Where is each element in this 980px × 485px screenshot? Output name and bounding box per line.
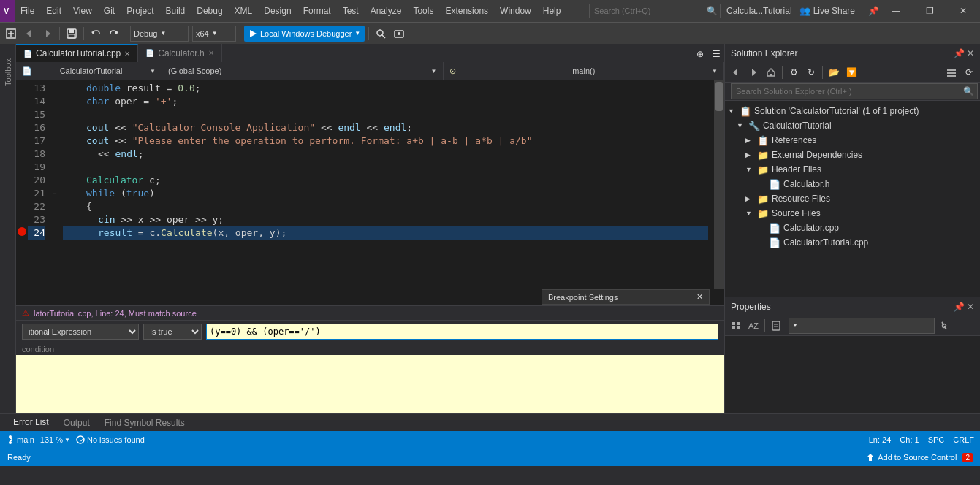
tree-item-calculator-cpp[interactable]: 📄 Calculator.cpp — [725, 221, 980, 235]
tab-find-symbol-results[interactable]: Find Symbol Results — [97, 414, 192, 432]
menu-project[interactable]: Project — [121, 0, 159, 22]
window-controls: — ❐ ✕ — [879, 0, 980, 22]
menu-help[interactable]: Help — [537, 0, 567, 22]
search-icon: 🔍 — [707, 6, 718, 16]
platform-dropdown[interactable]: x64 ▼ — [192, 26, 236, 42]
maximize-button[interactable]: ❐ — [913, 0, 946, 22]
menu-window[interactable]: Window — [494, 0, 537, 22]
se-search-input[interactable] — [731, 83, 978, 99]
close-button[interactable]: ✕ — [946, 0, 980, 22]
menu-design[interactable]: Design — [258, 0, 297, 22]
tab-calculator-h[interactable]: 📄 Calculator.h ✕ — [138, 44, 221, 62]
redo-btn[interactable] — [106, 26, 122, 42]
run-btn[interactable]: Local Windows Debugger ▼ — [244, 26, 365, 42]
references-icon: 📋 — [757, 135, 769, 146]
se-forward-btn[interactable] — [745, 64, 761, 80]
tab-calculator-tutorial[interactable]: 📄 CalculatorTutorial.cpp ✕ — [16, 44, 138, 62]
tree-item-project[interactable]: ▼ 🔧 CalculatorTutorial — [725, 118, 980, 133]
menu-debug[interactable]: Debug — [191, 0, 228, 22]
menu-edit[interactable]: Edit — [40, 0, 67, 22]
symbol-nav-dropdown[interactable]: ⊙ main() ▼ — [444, 62, 725, 80]
tab-menu-btn[interactable]: ☰ — [708, 46, 724, 62]
calculator-cpp-icon: 📄 — [769, 223, 780, 234]
editor-tab-bar: 📄 CalculatorTutorial.cpp ✕ 📄 Calculator.… — [16, 44, 724, 62]
se-home-btn[interactable] — [763, 64, 779, 80]
tree-item-calculatortutorial-cpp[interactable]: 📄 CalculatorTutorial.cpp — [725, 235, 980, 250]
error-count-badge[interactable]: 2 — [962, 453, 973, 462]
ready-bar: Ready Add to Source Control 2 — [0, 448, 980, 466]
prop-wrench-btn[interactable] — [936, 318, 952, 334]
prop-pin-btn[interactable]: 📌 — [954, 302, 965, 312]
tree-item-source-files[interactable]: ▼ 📁 Source Files — [725, 206, 980, 221]
menu-xml[interactable]: XML — [229, 0, 259, 22]
svg-rect-20 — [770, 74, 772, 76]
tab-close-h[interactable]: ✕ — [208, 49, 214, 57]
se-properties-btn[interactable]: ⚙ — [786, 64, 802, 80]
scroll-thumb[interactable] — [715, 82, 723, 111]
condition-type-select[interactable]: itional Expression Hit Count Filter — [22, 324, 139, 340]
add-source-control-btn[interactable]: Add to Source Control — [866, 453, 957, 462]
prop-filter-dropdown[interactable]: ▼ — [789, 318, 935, 334]
condition-expression-input[interactable] — [206, 324, 718, 340]
se-pin-btn[interactable]: 📌 — [954, 48, 965, 58]
scope-nav-dropdown[interactable]: (Global Scope) ▼ — [162, 62, 444, 80]
debug-config-dropdown[interactable]: Debug ▼ — [130, 26, 189, 42]
editor-vscroll[interactable] — [714, 80, 724, 289]
menu-build[interactable]: Build — [160, 0, 191, 22]
undo-btn[interactable] — [88, 26, 104, 42]
nav-symbol-label: main() — [572, 66, 595, 75]
menu-test[interactable]: Test — [337, 0, 365, 22]
global-search-input[interactable] — [589, 4, 721, 18]
status-issues[interactable]: ✓ No issues found — [76, 435, 145, 444]
tree-item-solution[interactable]: ▼ 📋 Solution 'CalculatorTutorial' (1 of … — [725, 104, 980, 118]
collapse-icon-21[interactable]: − — [53, 187, 56, 200]
new-project-btn[interactable] — [3, 26, 19, 42]
tab-output[interactable]: Output — [56, 414, 97, 432]
live-share-button[interactable]: 👥 Live Share — [792, 6, 862, 16]
screenshot-btn[interactable] — [391, 26, 407, 42]
forward-btn[interactable] — [39, 26, 56, 42]
tree-item-header-files[interactable]: ▼ 📁 Header Files — [725, 162, 980, 177]
bp-space-20 — [16, 172, 28, 186]
minimize-button[interactable]: — — [879, 0, 913, 22]
se-back-btn[interactable] — [728, 64, 744, 80]
menu-file[interactable]: File — [15, 0, 40, 22]
toolbox-label[interactable]: Toolbox — [4, 58, 12, 86]
menu-extensions[interactable]: Extensions — [439, 0, 494, 22]
git-branch[interactable]: main — [6, 435, 34, 444]
find-btn[interactable] — [373, 26, 389, 42]
menu-view[interactable]: View — [67, 0, 98, 22]
prop-cat-btn[interactable] — [728, 318, 744, 334]
is-true-select[interactable]: Is true When changed Equals — [143, 324, 202, 340]
svg-point-13 — [377, 30, 383, 36]
code-text[interactable]: double result = 0.0; char oper = '+'; co… — [60, 80, 714, 289]
new-tab-btn[interactable]: ⊕ — [692, 46, 708, 62]
menu-analyze[interactable]: Analyze — [365, 0, 408, 22]
tree-item-resource-files[interactable]: ▶ 📁 Resource Files — [725, 191, 980, 206]
tree-item-references[interactable]: ▶ 📋 References — [725, 133, 980, 148]
code-line-16: cout << "Calculator Console Application"… — [63, 121, 708, 134]
se-show-all-btn[interactable]: 📂 — [826, 64, 842, 80]
prop-az-btn[interactable]: AZ — [745, 318, 761, 334]
pin-button[interactable]: 📌 — [868, 6, 879, 16]
se-filter-btn[interactable]: 🔽 — [843, 64, 859, 80]
tree-item-calculator-h[interactable]: 📄 Calculator.h — [725, 177, 980, 191]
menu-tools[interactable]: Tools — [407, 0, 439, 22]
tree-item-ext-deps[interactable]: ▶ 📁 External Dependencies — [725, 148, 980, 162]
se-sync-btn[interactable]: ⟳ — [961, 64, 977, 80]
menu-git[interactable]: Git — [98, 0, 121, 22]
prop-close-btn[interactable]: ✕ — [967, 302, 974, 312]
tab-error-list[interactable]: Error List — [6, 414, 56, 432]
save-btn[interactable] — [64, 26, 80, 42]
tab-close-cpp[interactable]: ✕ — [124, 50, 130, 58]
bp-popup-close[interactable]: ✕ — [696, 292, 703, 302]
se-close-btn[interactable]: ✕ — [967, 48, 974, 58]
se-view-btn[interactable] — [943, 64, 960, 80]
se-sep2 — [822, 66, 823, 79]
file-nav-dropdown[interactable]: 📄 CalculatorTutorial ▼ — [16, 62, 162, 80]
svg-point-34 — [9, 441, 12, 444]
se-refresh-btn[interactable]: ↻ — [803, 64, 819, 80]
menu-format[interactable]: Format — [297, 0, 337, 22]
prop-page-btn[interactable] — [768, 318, 784, 334]
back-btn[interactable] — [21, 26, 37, 42]
